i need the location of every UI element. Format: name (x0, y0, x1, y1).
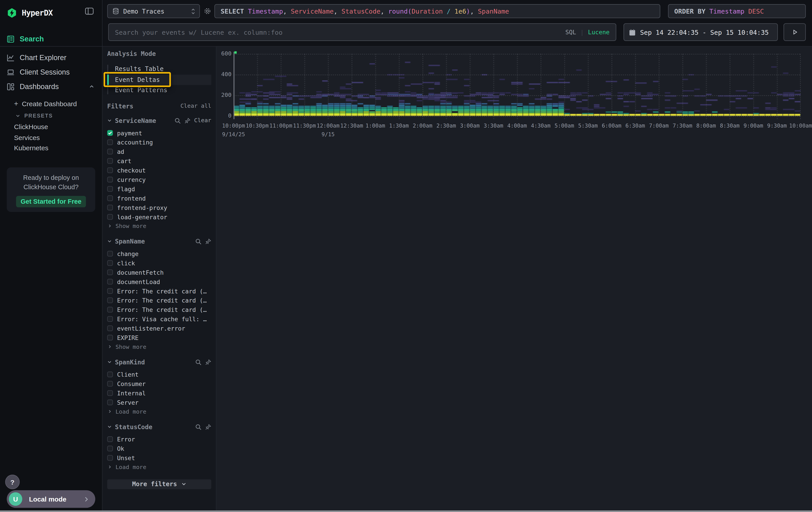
facet-option[interactable]: currency (107, 175, 211, 184)
checkbox[interactable] (107, 186, 113, 192)
facet-option[interactable]: Client (107, 370, 211, 379)
checkbox[interactable] (107, 270, 113, 275)
facet-option[interactable]: change (107, 249, 211, 259)
search-input[interactable]: Search your events w/ Lucene ex. column:… (108, 23, 616, 41)
sidebar-item-client-sessions[interactable]: Client Sessions (0, 66, 103, 78)
analysis-option-results-table[interactable]: Results Table (107, 64, 211, 74)
facet-option[interactable]: accounting (107, 138, 211, 147)
account-menu[interactable]: U Local mode (7, 490, 95, 508)
checkbox[interactable] (107, 436, 113, 442)
facet-option[interactable]: Error: The credit card (… (107, 305, 211, 314)
checkbox[interactable] (107, 455, 113, 461)
sidebar-collapse-icon[interactable] (85, 7, 94, 15)
facet-option[interactable]: Error: Visa cache full: … (107, 314, 211, 324)
chevron-down-icon[interactable] (107, 118, 112, 123)
checkbox[interactable] (107, 195, 113, 201)
facet-more-button[interactable]: Show more (107, 221, 211, 231)
facet-option[interactable]: Consumer (107, 379, 211, 388)
checkbox[interactable] (107, 288, 113, 294)
facet-option[interactable]: documentLoad (107, 277, 211, 286)
checkbox[interactable] (107, 214, 113, 220)
checkbox[interactable] (107, 372, 113, 377)
search-icon[interactable] (195, 359, 201, 365)
checkbox[interactable] (107, 130, 113, 136)
checkbox[interactable] (107, 297, 113, 303)
pin-icon[interactable] (205, 424, 211, 430)
analysis-option-event-patterns[interactable]: Event Patterns (107, 85, 211, 96)
chevron-down-icon[interactable] (107, 425, 112, 429)
facet-option[interactable]: click (107, 258, 211, 268)
checkbox[interactable] (107, 139, 113, 145)
presets-group[interactable]: PRESETS (0, 110, 103, 121)
facet-option[interactable]: frontend (107, 193, 211, 203)
chevron-down-icon[interactable] (107, 239, 112, 244)
checkbox[interactable] (107, 149, 113, 155)
sidebar-item-clickhouse[interactable]: ClickHouse (0, 121, 103, 132)
facet-option[interactable]: Error: The credit card (… (107, 296, 211, 305)
facet-option[interactable]: ad (107, 147, 211, 156)
facet-clear-button[interactable]: Clear (194, 117, 211, 124)
sidebar-item-dashboards[interactable]: Dashboards (0, 80, 103, 93)
mode-lucene-button[interactable]: Lucene (588, 28, 610, 36)
chevron-up-icon[interactable] (89, 84, 94, 89)
checkbox[interactable] (107, 307, 113, 313)
checkbox[interactable] (107, 325, 113, 331)
checkbox[interactable] (107, 335, 113, 341)
checkbox[interactable] (107, 260, 113, 266)
facet-option[interactable]: payment (107, 128, 211, 138)
checkbox[interactable] (107, 279, 113, 285)
facet-more-button[interactable]: Show more (107, 342, 211, 351)
checkbox[interactable] (107, 177, 113, 183)
facet-option[interactable]: Server (107, 398, 211, 407)
facet-option[interactable]: documentFetch (107, 268, 211, 277)
checkbox[interactable] (107, 316, 113, 322)
sql-select-input[interactable]: SELECT Timestamp, ServiceName, StatusCod… (214, 4, 660, 18)
facet-option[interactable]: eventListener.error (107, 324, 211, 333)
checkbox[interactable] (107, 167, 113, 173)
checkbox[interactable] (107, 205, 113, 211)
sidebar-item-search[interactable]: Search (0, 33, 103, 45)
sidebar-item-services[interactable]: Services (0, 132, 103, 143)
clear-all-button[interactable]: Clear all (180, 103, 211, 109)
checkbox[interactable] (107, 390, 113, 396)
sidebar-item-chart-explorer[interactable]: Chart Explorer (0, 51, 103, 64)
sql-orderby-input[interactable]: ORDER BY Timestamp DESC (668, 4, 806, 18)
source-select[interactable]: Demo Traces (107, 4, 200, 18)
facet-option[interactable]: frontend-proxy (107, 203, 211, 212)
pin-icon[interactable] (205, 238, 211, 244)
facet-option[interactable]: checkout (107, 166, 211, 175)
gear-icon[interactable] (203, 7, 211, 15)
search-icon[interactable] (195, 238, 201, 244)
checkbox[interactable] (107, 251, 113, 257)
facet-option[interactable]: load-generator (107, 212, 211, 221)
pin-icon[interactable] (184, 117, 191, 124)
time-range-picker[interactable]: Sep 14 22:04:35 - Sep 15 10:04:35 (624, 23, 778, 41)
analysis-option-event-deltas[interactable]: Event Deltas (107, 74, 211, 85)
sidebar-item-kubernetes[interactable]: Kubernetes (0, 142, 103, 153)
facet-option[interactable]: Error: The credit card (… (107, 286, 211, 296)
pin-icon[interactable] (205, 359, 211, 365)
checkbox[interactable] (107, 400, 113, 405)
search-icon[interactable] (175, 117, 181, 124)
facet-option[interactable]: Ok (107, 444, 211, 453)
latency-heatmap-canvas[interactable] (233, 51, 801, 119)
facet-option[interactable]: Internal (107, 388, 211, 398)
facet-option[interactable]: Unset (107, 453, 211, 463)
more-filters-button[interactable]: More filters (107, 479, 211, 489)
create-dashboard-button[interactable]: + Create Dashboard (0, 99, 103, 109)
help-button[interactable]: ? (5, 475, 20, 489)
facet-option[interactable]: cart (107, 156, 211, 166)
get-started-button[interactable]: Get Started for Free (16, 196, 86, 207)
mode-sql-button[interactable]: SQL (566, 28, 576, 36)
checkbox[interactable] (107, 158, 113, 164)
checkbox[interactable] (107, 446, 113, 452)
run-query-button[interactable] (784, 23, 806, 41)
facet-option[interactable]: EXPIRE (107, 333, 211, 342)
facet-option[interactable]: Error (107, 434, 211, 444)
search-icon[interactable] (195, 424, 201, 430)
facet-more-button[interactable]: Load more (107, 463, 211, 471)
chevron-down-icon[interactable] (107, 360, 112, 365)
facet-more-button[interactable]: Load more (107, 407, 211, 416)
facet-option[interactable]: flagd (107, 184, 211, 194)
checkbox[interactable] (107, 381, 113, 387)
